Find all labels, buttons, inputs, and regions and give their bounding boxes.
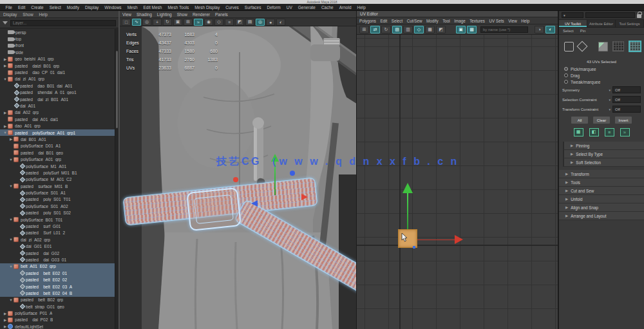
- uv-editor-titlebar[interactable]: UV Editor: [357, 11, 558, 17]
- outliner-menu-item[interactable]: Show: [23, 12, 33, 17]
- expand-arrow-icon[interactable]: ▶: [3, 57, 8, 61]
- outliner-row[interactable]: pasted__belt_E02_03_A: [0, 283, 118, 290]
- expand-arrow-icon[interactable]: ▼: [8, 158, 14, 162]
- light-icon[interactable]: ●: [266, 19, 275, 26]
- toolkit-field[interactable]: [585, 12, 635, 18]
- expand-arrow-icon[interactable]: ▼: [8, 298, 14, 302]
- sew-uv-icon[interactable]: ▥: [403, 26, 413, 33]
- toolkit-combo[interactable]: ▾: [562, 12, 583, 18]
- scale-tool-icon[interactable]: ▣: [173, 19, 182, 26]
- viewport-menu-item[interactable]: Lighting: [157, 12, 172, 17]
- lock-icon[interactable]: [637, 14, 641, 18]
- toolkit-tab[interactable]: Tool Settings: [616, 20, 644, 27]
- outliner-row[interactable]: ▼ polySurface_A01_grp: [0, 156, 118, 162]
- outliner-row[interactable]: pasted__Surf_L01_2: [0, 230, 118, 236]
- outliner-row[interactable]: ▼ polySurface_B01_T01: [0, 216, 118, 223]
- symmetry-icon[interactable]: ≡: [225, 19, 234, 26]
- outliner-row[interactable]: pasted__belt_E02_02: [0, 276, 118, 283]
- outliner-menu-item[interactable]: Display: [3, 12, 17, 17]
- expand-arrow-icon[interactable]: ▶: [3, 312, 8, 315]
- radio-option[interactable]: Tweak/marquee: [559, 79, 644, 85]
- uv-menu-item[interactable]: View: [508, 19, 517, 23]
- manipulator-blue-handle[interactable]: [290, 171, 295, 176]
- outliner-row[interactable]: side: [0, 49, 118, 55]
- uv-menu-item[interactable]: UV Sets: [489, 19, 504, 23]
- outliner-row[interactable]: pasted__dao_CP_01_dai1: [0, 69, 118, 75]
- uv-manip-y-axis[interactable]: [407, 193, 408, 230]
- outliner-row[interactable]: pasted__poly_S01_S02: [0, 210, 118, 216]
- menu-item[interactable]: Cache: [318, 5, 336, 10]
- uv-menu-item[interactable]: Cut/Sew: [407, 19, 422, 23]
- pinch-uv-tool-icon[interactable]: ◧: [589, 128, 599, 136]
- outliner-row[interactable]: pasted__surf_G01: [0, 223, 118, 229]
- uv-menu-item[interactable]: Modify: [426, 19, 439, 23]
- menu-item[interactable]: Mesh Display: [192, 5, 223, 10]
- outliner-row[interactable]: pasted__dai_zi_B01_A01: [0, 96, 118, 102]
- outliner-row[interactable]: ▼ pasted__surface_M01_B: [0, 183, 118, 189]
- smear-uv-tool-icon[interactable]: ≡: [605, 128, 614, 136]
- expand-arrow-icon[interactable]: ▼: [8, 238, 14, 241]
- menu-item[interactable]: Create: [28, 5, 47, 10]
- menu-item[interactable]: Deform: [264, 5, 283, 10]
- rotate-uv-icon[interactable]: ↻: [381, 26, 391, 33]
- face-mode-icon[interactable]: [598, 42, 608, 52]
- uv-pivot-handle[interactable]: [413, 246, 415, 249]
- outliner-row[interactable]: top: [0, 35, 118, 42]
- outliner-row[interactable]: polySurface_M_A01_C2: [0, 176, 118, 183]
- viewport-menu-item[interactable]: Renderer: [193, 12, 210, 17]
- outliner-row[interactable]: pasted__polySurf_M01_B1: [0, 169, 118, 176]
- outliner-row[interactable]: ▼ belt_A01_E02_grp: [0, 263, 118, 270]
- section-header[interactable]: ▶ Soft Selection: [563, 158, 644, 167]
- outliner-row[interactable]: polySurface_S01_A1: [0, 189, 118, 196]
- snap-curve-icon[interactable]: ≈: [194, 19, 203, 26]
- paint-select-icon[interactable]: ◎: [142, 19, 151, 26]
- manipulator-y-axis[interactable]: [274, 162, 276, 195]
- move-tool-icon[interactable]: +: [153, 19, 162, 26]
- exposure-icon[interactable]: ◑: [535, 26, 544, 33]
- vertex-mode-icon[interactable]: [564, 42, 574, 52]
- section-header[interactable]: ▶ Cut and Sew: [559, 187, 644, 195]
- outliner-row[interactable]: ▶ dai_B01_A01: [0, 136, 118, 142]
- outliner-row[interactable]: ▶ defaultLightSet: [0, 323, 118, 329]
- menu-item[interactable]: Generate: [295, 5, 318, 10]
- camera-icon[interactable]: ◎: [256, 19, 265, 26]
- outliner-row[interactable]: dai_A01: [0, 102, 118, 109]
- menu-item[interactable]: Modify: [64, 5, 82, 10]
- menu-item[interactable]: Help: [354, 5, 368, 10]
- menu-item[interactable]: Mesh: [124, 5, 140, 10]
- expand-arrow-icon[interactable]: ▼: [8, 265, 14, 268]
- menu-item[interactable]: Display: [82, 5, 101, 10]
- outliner-row[interactable]: pasted__dao_B01_dai_A01: [0, 82, 118, 89]
- expand-arrow-icon[interactable]: ▼: [3, 77, 8, 81]
- section-header[interactable]: ▶ Pinning: [563, 142, 644, 150]
- uv-search-input[interactable]: [480, 26, 528, 33]
- uv-menu-item[interactable]: Edit: [380, 19, 387, 23]
- outliner-row[interactable]: ▶ dai_A02_grp: [0, 109, 118, 116]
- expand-arrow-icon[interactable]: ▶: [3, 64, 8, 68]
- flip-uv-icon[interactable]: ⇄: [370, 26, 380, 33]
- outliner-row[interactable]: belt_strap_G01_geo: [0, 303, 118, 310]
- gamma-icon[interactable]: ◐: [545, 26, 555, 33]
- expand-arrow-icon[interactable]: ▶: [3, 111, 8, 115]
- menu-item[interactable]: UV: [283, 5, 295, 10]
- section-header[interactable]: ▶ Select By Type: [563, 150, 644, 158]
- manipulator-z-arrowhead[interactable]: [251, 200, 258, 207]
- snap-grid-icon[interactable]: ⊞: [184, 19, 193, 26]
- chevron-down-icon[interactable]: ▾: [609, 108, 611, 111]
- snap-point-icon[interactable]: ◉: [204, 19, 213, 26]
- selection-button[interactable]: Invert: [614, 116, 632, 124]
- section-header[interactable]: ▶ Unfold: [559, 195, 644, 203]
- uv-menu-item[interactable]: Select: [392, 19, 403, 23]
- edge-mode-icon[interactable]: [577, 41, 588, 52]
- viewport-menu-item[interactable]: Show: [177, 12, 187, 17]
- outliner-row[interactable]: ▼ dai_zi_A02_grp: [0, 236, 118, 243]
- dropdown-value[interactable]: Off: [612, 86, 641, 93]
- smooth-uv-tool-icon[interactable]: ≈: [620, 128, 630, 136]
- field-chart-icon[interactable]: ▤: [245, 19, 254, 26]
- layout-uv-icon[interactable]: ▦: [425, 26, 435, 33]
- uv-menu-item[interactable]: Tool: [442, 19, 450, 23]
- uv-menu-item[interactable]: Help: [521, 19, 529, 23]
- outliner-row[interactable]: dai_G01_E01: [0, 243, 118, 250]
- expand-arrow-icon[interactable]: ▼: [8, 218, 14, 221]
- uv-menu-item[interactable]: Polygons: [359, 19, 376, 23]
